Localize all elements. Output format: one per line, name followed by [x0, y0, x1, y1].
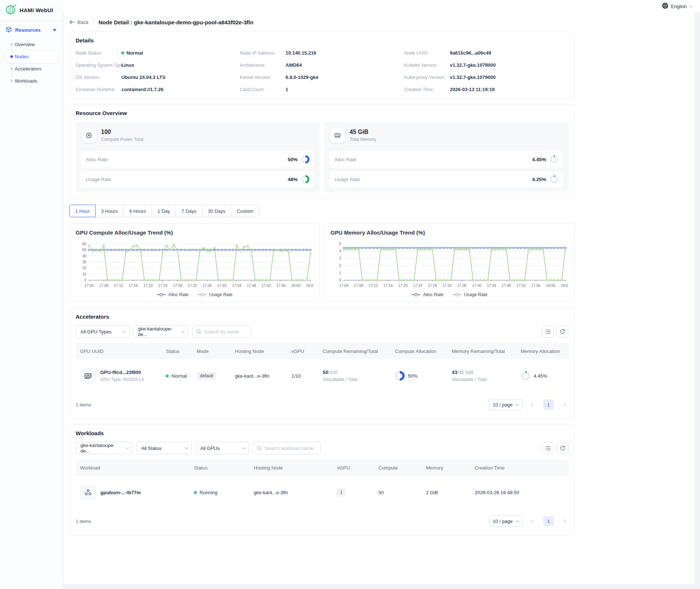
workload-node-select[interactable]: gke-kantaloupe-de... [76, 442, 133, 454]
next-page-button[interactable] [559, 516, 568, 526]
workloads-card: Workloads gke-kantaloupe-de... All Statu… [69, 425, 575, 535]
workloads-filters: gke-kantaloupe-de... All Status All GPUs [76, 442, 568, 454]
svg-text:17:08: 17:08 [354, 284, 364, 288]
svg-text:17:48: 17:48 [247, 284, 256, 288]
workload-search [253, 442, 321, 454]
hami-watermelon-logo-icon [5, 4, 16, 16]
legend-item[interactable]: Usage Rate [197, 292, 232, 297]
legend-marker-icon [411, 293, 421, 297]
column-settings-icon [545, 329, 551, 334]
gpu-vgpu: 1/10 [287, 373, 318, 379]
svg-text:17:44: 17:44 [232, 284, 242, 288]
svg-text:17:44: 17:44 [487, 284, 496, 288]
svg-text:40: 40 [82, 254, 87, 258]
globe-icon [662, 3, 668, 10]
alloc-rate-donut [550, 155, 558, 163]
chart-legend: Alloc RateUsage Rate [76, 292, 313, 297]
accelerator-search-input[interactable] [204, 329, 245, 335]
items-count: 1 items [76, 402, 91, 408]
chevron-down-icon [185, 446, 188, 449]
workload-gpus-select[interactable]: All GPUs [195, 442, 249, 454]
chevron-down-icon [516, 519, 519, 522]
tab-1-hour[interactable]: 1 Hour [69, 205, 96, 217]
pods-icon [80, 484, 96, 500]
tab-7-days[interactable]: 7 Days [176, 205, 202, 217]
svg-text:17:52: 17:52 [516, 284, 526, 288]
sidebar-section-resources[interactable]: Resources [0, 21, 62, 38]
arrow-left-icon [69, 20, 75, 24]
workload-status-select[interactable]: All Status [136, 442, 192, 454]
page-number[interactable]: 1 [543, 516, 554, 526]
page-size-select[interactable]: 10 / page [489, 399, 523, 410]
workload-table-row[interactable]: gpuburn-...-lb77m Running gke-kant...e-3… [76, 476, 568, 509]
legend-marker-icon [452, 293, 462, 297]
gpu-memory-trend-chart: 01234517:0417:0817:1217:1617:2017:2417:2… [330, 241, 568, 289]
svg-text:17:12: 17:12 [114, 284, 124, 288]
next-page-button[interactable] [559, 399, 568, 410]
compute-power-total-label: Compute Power Total [101, 137, 143, 142]
detail-node-status: Node Status: Normal [76, 50, 240, 56]
svg-text:18:04: 18:04 [561, 284, 568, 288]
page-number[interactable]: 1 [543, 399, 554, 410]
legend-item[interactable]: Usage Rate [452, 292, 487, 297]
svg-text:3: 3 [339, 256, 342, 260]
detail-architecture: Architecture:AMD64 [240, 62, 404, 68]
svg-text:17:04: 17:04 [339, 284, 349, 288]
gpu-memory-trend-card: GPU Memory Alloc/Usage Trend (%) 0123451… [324, 223, 575, 302]
main-background: Back Node Detail : gke-kantaloupe-demo-g… [63, 13, 700, 589]
accelerator-table-row[interactable]: GPU-f9cd...23f800 GPU Type: NVIDIA L4 No… [76, 359, 568, 392]
page-size-select[interactable]: 10 / page [489, 516, 523, 527]
svg-text:17:12: 17:12 [369, 284, 378, 288]
page-header: Back Node Detail : gke-kantaloupe-demo-g… [69, 13, 689, 32]
time-range-tabs: 1 Hour 3 Hours 6 Hours 1 Day 7 Days 30 D… [69, 205, 575, 217]
tab-1-day[interactable]: 1 Day [152, 205, 176, 217]
details-card: Details Node Status: Normal Node IP Addr… [69, 32, 575, 98]
column-settings-button[interactable] [542, 326, 554, 337]
search-icon [196, 329, 201, 334]
tab-6-hours[interactable]: 6 Hours [124, 205, 152, 217]
nav-dot-icon [10, 43, 13, 46]
sidebar-item-overview[interactable]: Overview [0, 38, 62, 51]
gpu-status: Normal [171, 373, 187, 379]
prev-page-button[interactable] [529, 399, 537, 410]
language-selector[interactable]: English [671, 4, 687, 9]
refresh-button[interactable] [557, 326, 568, 337]
gpu-compute-trend-card: GPU Compute Alloc/Usage Trend (%) 010203… [69, 223, 320, 302]
detail-creation-time: Creation Time:2026-03-13 11:19:19 [404, 87, 568, 92]
column-settings-button[interactable] [542, 442, 554, 454]
workload-compute: 50 [374, 490, 422, 495]
usage-rate-donut [301, 175, 309, 183]
detail-os-type: Operating System Type:Linux [76, 62, 240, 68]
sidebar-item-nodes[interactable]: Nodes [5, 51, 59, 63]
refresh-button[interactable] [557, 442, 568, 454]
tab-30-days[interactable]: 30 Days [202, 205, 232, 217]
legend-item[interactable]: Alloc Rate [411, 292, 443, 297]
svg-text:17:56: 17:56 [276, 284, 286, 288]
svg-text:17:16: 17:16 [384, 284, 393, 288]
workload-search-input[interactable] [264, 446, 316, 451]
legend-item[interactable]: Alloc Rate [156, 292, 188, 297]
workloads-title: Workloads [76, 430, 568, 436]
sidebar-item-accelerators[interactable]: Accelerators [0, 63, 62, 75]
accelerators-filters: All GPU Types gke-kantaloupe-de... [76, 325, 568, 338]
detail-kubeproxy-version: Kube-proxy Version:v1.32.7-gke.1079000 [404, 75, 568, 80]
memory-icon [330, 128, 345, 143]
sidebar-item-workloads[interactable]: Workloads [0, 75, 62, 87]
gpu-type: GPU Type: NVIDIA L4 [100, 377, 144, 382]
svg-text:17:28: 17:28 [428, 284, 437, 288]
accelerators-title: Accelerators [76, 313, 568, 320]
tab-3-hours[interactable]: 3 Hours [95, 205, 124, 217]
tab-custom[interactable]: Custom [231, 205, 259, 217]
svg-text:17:40: 17:40 [217, 284, 227, 288]
gpu-mode-badge: default [197, 372, 216, 380]
svg-text:5: 5 [339, 242, 342, 246]
back-button[interactable]: Back [69, 20, 89, 25]
prev-page-button[interactable] [529, 516, 537, 526]
svg-text:18:00: 18:00 [291, 284, 301, 288]
chip-icon [82, 128, 96, 143]
gpu-uuid: GPU-f9cd...23f800 [100, 370, 144, 375]
gpu-type-select[interactable]: All GPU Types [76, 325, 129, 338]
node-select[interactable]: gke-kantaloupe-de... [133, 325, 188, 338]
detail-kubelet-version: Kubelet Version:v1.32.7-gke.1079000 [404, 62, 568, 68]
gpu-card-icon [80, 368, 96, 384]
